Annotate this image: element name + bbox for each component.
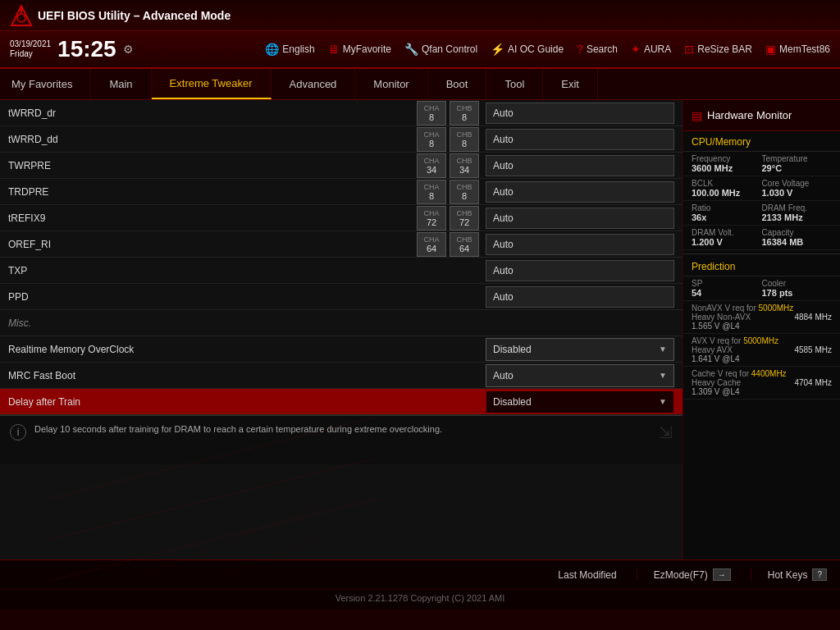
avx-right-val: 4585 MHz (794, 345, 832, 354)
last-modified-button[interactable]: Last Modified (558, 569, 616, 581)
settings-list: tWRRD_dr CHA 8 CHB 8 Auto tWRRD_ (0, 100, 682, 415)
english-label: English (282, 43, 314, 55)
delay-after-train-label: Delay after Train (8, 396, 486, 408)
setting-tWRRD-dd[interactable]: tWRRD_dd CHA 8 CHB 8 Auto (0, 126, 682, 153)
top-menu-english[interactable]: 🌐 English (265, 43, 314, 56)
memtest-label: MemTest86 (779, 43, 830, 55)
delay-after-train-dropdown[interactable]: Disabled ▼ (486, 390, 674, 413)
mrc-fast-boot-value[interactable]: Auto ▼ (486, 364, 674, 387)
temperature-value: 29°C (762, 163, 833, 173)
dram-freq-value: 2133 MHz (762, 212, 833, 222)
nav-tool[interactable]: Tool (486, 69, 543, 99)
mrc-fast-boot-selected: Auto (493, 370, 514, 381)
setting-TRDPRE[interactable]: TRDPRE CHA 8 CHB 8 Auto (0, 179, 682, 205)
tWRRD-dd-value[interactable]: Auto (486, 129, 674, 150)
nav-exit[interactable]: Exit (543, 69, 598, 99)
delay-after-train-value[interactable]: Disabled ▼ (486, 390, 674, 413)
title-bar: 03/19/2021 Friday 15:25 ⚙ 🌐 English 🖥 My… (0, 31, 840, 69)
hw-bclk-corevoltage-row: BCLK 100.00 MHz Core Voltage 1.030 V (683, 176, 840, 201)
nonavx-freq: 5000MHz (759, 304, 794, 313)
tWRRD-dr-value[interactable]: Auto (486, 103, 674, 124)
cpu-memory-section-title: CPU/Memory (683, 131, 840, 152)
TRDPRE-label: TRDPRE (8, 186, 417, 198)
nav-extreme-tweaker[interactable]: Extreme Tweaker (152, 69, 272, 99)
footer-bar: Last Modified EzMode(F7) → Hot Keys ? (0, 559, 840, 589)
hw-ratio-col: Ratio 36x (692, 203, 762, 222)
hw-sp-col: SP 54 (692, 279, 762, 298)
chb-box-4: CHB 8 (450, 180, 479, 204)
nav-main[interactable]: Main (91, 69, 151, 99)
nav-my-favorites[interactable]: My Favorites (0, 69, 91, 99)
ai-icon: ⚡ (491, 43, 504, 56)
setting-mrc-fast-boot[interactable]: MRC Fast Boot Auto ▼ (0, 363, 682, 389)
cache-label: Cache V req for 4400MHz (692, 369, 832, 378)
TRDPRE-value[interactable]: Auto (486, 181, 674, 203)
realtime-mem-label: Realtime Memory OverClock (8, 344, 486, 355)
tWRRD-dr-field: Auto (486, 103, 674, 124)
top-menu-myfavorite[interactable]: 🖥 MyFavorite (328, 43, 391, 56)
date-text: 03/19/2021 (10, 39, 51, 49)
bclk-value: 100.00 MHz (692, 188, 762, 198)
top-menu-qfan[interactable]: 🔧 Qfan Control (404, 43, 477, 56)
frequency-label: Frequency (692, 154, 762, 163)
hw-temperature-col: Temperature 29°C (762, 154, 833, 173)
OREF-RI-value[interactable]: Auto (486, 234, 674, 255)
top-menu-memtest[interactable]: ▣ MemTest86 (765, 43, 830, 56)
hw-frequency-col: Frequency 3600 MHz (692, 154, 762, 173)
logo: UEFI BIOS Utility – Advanced Mode (10, 4, 231, 27)
realtime-mem-dropdown[interactable]: Disabled ▼ (486, 338, 674, 361)
svg-point-1 (17, 14, 25, 22)
setting-realtime-mem[interactable]: Realtime Memory OverClock Disabled ▼ (0, 336, 682, 363)
top-menu-aura[interactable]: ✦ AURA (631, 43, 671, 56)
top-menu-resize-bar[interactable]: ⊡ ReSize BAR (684, 43, 752, 56)
cha-chb-group: CHA 8 CHB 8 (417, 101, 479, 126)
TXP-value[interactable]: Auto (486, 260, 674, 281)
setting-TXP[interactable]: TXP Auto (0, 258, 682, 284)
tWRRD-dd-field: Auto (486, 129, 674, 150)
chb-box-5: CHB 72 (450, 206, 479, 231)
myfavorite-label: MyFavorite (343, 43, 391, 55)
settings-gear-icon[interactable]: ⚙ (123, 43, 134, 56)
avx-freq: 5000MHz (743, 336, 778, 345)
nav-monitor-label: Monitor (373, 78, 409, 90)
hw-corevoltage-col: Core Voltage 1.030 V (762, 179, 833, 198)
tREFIX9-field: Auto (486, 208, 674, 229)
dropdown-arrow-1: ▼ (659, 345, 667, 354)
TWRPRE-value[interactable]: Auto (486, 155, 674, 176)
tREFIX9-value[interactable]: Auto (486, 208, 674, 229)
top-menu-ai-oc[interactable]: ⚡ AI OC Guide (491, 43, 564, 56)
ez-mode-button[interactable]: EzMode(F7) → (637, 568, 731, 581)
setting-tWRRD-dr[interactable]: tWRRD_dr CHA 8 CHB 8 Auto (0, 100, 682, 126)
nonavx-label: NonAVX V req for 5000MHz (692, 304, 832, 313)
aura-label: AURA (644, 43, 671, 55)
avx-label: AVX V req for 5000MHz (692, 336, 832, 345)
setting-TWRPRE[interactable]: TWRPRE CHA 34 CHB 34 Auto (0, 153, 682, 179)
setting-tREFIX9[interactable]: tREFIX9 CHA 72 CHB 72 Auto (0, 205, 682, 231)
fan-icon: 🔧 (404, 43, 418, 56)
hot-keys-button[interactable]: Hot Keys ? (751, 568, 827, 581)
nonavx-voltage: 1.565 V @L4 (692, 322, 832, 331)
info-icon: i (10, 424, 26, 441)
nonavx-vals: Heavy Non-AVX 4884 MHz (692, 313, 832, 322)
search-label: Search (587, 43, 618, 55)
realtime-mem-value[interactable]: Disabled ▼ (486, 338, 674, 361)
hot-keys-badge: ? (812, 568, 827, 581)
prediction-nonavx: NonAVX V req for 5000MHz Heavy Non-AVX 4… (683, 301, 840, 334)
dropdown-arrow-2: ▼ (659, 371, 667, 380)
nav-advanced[interactable]: Advanced (272, 69, 356, 99)
mrc-fast-boot-dropdown[interactable]: Auto ▼ (486, 364, 674, 387)
prediction-avx: AVX V req for 5000MHz Heavy AVX 4585 MHz… (683, 334, 840, 367)
PPD-value[interactable]: Auto (486, 286, 674, 308)
setting-delay-after-train[interactable]: Delay after Train Disabled ▼ (0, 389, 682, 415)
setting-OREF-RI[interactable]: OREF_RI CHA 64 CHB 64 Auto (0, 231, 682, 258)
hw-dramvolt-col: DRAM Volt. 1.200 V (692, 228, 762, 247)
cache-right-val: 4704 MHz (794, 378, 832, 387)
nav-monitor[interactable]: Monitor (355, 69, 427, 99)
mrc-fast-boot-label: MRC Fast Boot (8, 370, 486, 381)
TWRPRE-field: Auto (486, 155, 674, 176)
ratio-value: 36x (692, 212, 762, 222)
top-menu-search[interactable]: ? Search (577, 43, 618, 56)
setting-PPD[interactable]: PPD Auto (0, 284, 682, 310)
last-modified-label: Last Modified (558, 569, 616, 581)
nav-boot[interactable]: Boot (428, 69, 487, 99)
